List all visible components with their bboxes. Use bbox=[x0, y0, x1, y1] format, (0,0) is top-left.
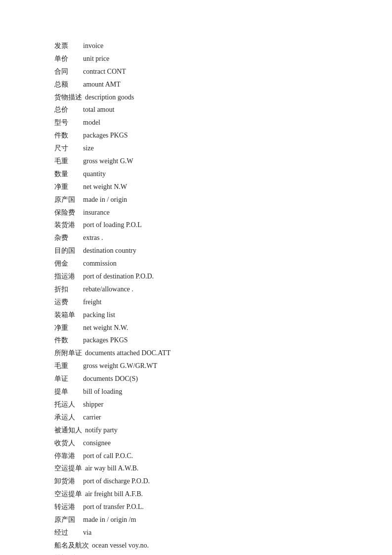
term-en: unit price bbox=[83, 55, 109, 62]
term-zh: 原产国 bbox=[54, 193, 80, 206]
term-en: air way bill A.W.B. bbox=[85, 464, 138, 472]
term-zh: 单证 bbox=[54, 372, 80, 385]
list-item: 折扣rebate/allowance . bbox=[54, 283, 392, 296]
list-item: 总额amount AMT bbox=[54, 78, 392, 91]
term-zh: 船名及航次 bbox=[54, 539, 89, 552]
term-en: documents attached DOC.ATT bbox=[85, 349, 171, 357]
term-zh: 毛重 bbox=[54, 360, 80, 372]
term-zh: 毛重 bbox=[54, 155, 80, 168]
list-item: 转运港port of transfer P.O.L. bbox=[54, 501, 392, 513]
term-en: port of transfer P.O.L. bbox=[83, 503, 144, 510]
list-item: 所附单证documents attached DOC.ATT bbox=[54, 347, 392, 360]
term-zh: 发票 bbox=[54, 40, 80, 52]
list-item: 运费freight bbox=[54, 296, 392, 309]
term-zh: 空运提单 bbox=[54, 462, 82, 475]
term-en: packages PKGS bbox=[83, 336, 128, 344]
term-zh: 装箱单 bbox=[54, 309, 80, 322]
term-en: gross weight G.W bbox=[83, 157, 133, 165]
term-zh: 指运港 bbox=[54, 270, 80, 283]
term-en: size bbox=[83, 144, 94, 152]
list-item: 件数packages PKGS bbox=[54, 129, 392, 142]
term-en: documents DOC(S) bbox=[83, 375, 138, 382]
term-zh: 被通知人 bbox=[54, 424, 82, 437]
term-en: consignee bbox=[83, 439, 111, 447]
list-item: 净重net weight N.W. bbox=[54, 322, 392, 334]
term-zh: 总额 bbox=[54, 78, 80, 91]
term-zh: 经过 bbox=[54, 526, 80, 539]
term-zh: 转运港 bbox=[54, 501, 80, 513]
term-en: net weight N.W. bbox=[83, 324, 128, 331]
term-zh: 佣金 bbox=[54, 257, 80, 270]
list-item: 停靠港port of call P.O.C. bbox=[54, 450, 392, 462]
term-en: packing list bbox=[83, 311, 115, 319]
term-en: contract CONT bbox=[83, 68, 126, 75]
term-en: commission bbox=[83, 260, 117, 267]
list-item: 装箱单packing list bbox=[54, 309, 392, 322]
term-zh: 件数 bbox=[54, 129, 80, 142]
list-item: 型号model bbox=[54, 116, 392, 129]
term-en: made in / origin /m bbox=[83, 516, 136, 523]
list-item: 卸货港port of discharge P.O.D. bbox=[54, 475, 392, 488]
term-zh: 转运到 bbox=[54, 552, 80, 555]
term-en: model bbox=[83, 119, 100, 126]
term-zh: 提单 bbox=[54, 385, 80, 398]
list-item: 佣金commission bbox=[54, 257, 392, 270]
term-list: 发票invoice单价unit price合同contract CONT总额am… bbox=[54, 40, 392, 555]
term-en: gross weight G.W/GR.WT bbox=[83, 362, 157, 370]
term-en: bill of loading bbox=[83, 388, 122, 395]
term-zh: 收货人 bbox=[54, 437, 80, 450]
list-item: 货物描述description goods bbox=[54, 91, 392, 104]
term-en: net weight N.W bbox=[83, 183, 127, 190]
list-item: 毛重gross weight G.W/GR.WT bbox=[54, 360, 392, 372]
list-item: 目的国destination country bbox=[54, 244, 392, 257]
term-en: destination country bbox=[83, 247, 136, 254]
term-en: ocean vessel voy.no. bbox=[92, 542, 149, 549]
list-item: 空运提单air freight bill A.F.B. bbox=[54, 488, 392, 501]
list-item: 原产国made in / origin /m bbox=[54, 513, 392, 526]
list-item: 单证documents DOC(S) bbox=[54, 372, 392, 385]
list-item: 装货港port of loading P.O.L bbox=[54, 219, 392, 231]
list-item: 合同contract CONT bbox=[54, 65, 392, 78]
term-en: shipper bbox=[83, 401, 103, 408]
term-en: quantity bbox=[83, 170, 106, 178]
term-zh: 保险费 bbox=[54, 206, 80, 219]
list-item: 尺寸size bbox=[54, 142, 392, 155]
list-item: 指运港port of destination P.O.D. bbox=[54, 270, 392, 283]
term-zh: 尺寸 bbox=[54, 142, 80, 155]
term-zh: 数量 bbox=[54, 168, 80, 181]
term-zh: 合同 bbox=[54, 65, 80, 78]
term-en: made in / origin bbox=[83, 196, 127, 203]
term-zh: 卸货港 bbox=[54, 475, 80, 488]
term-zh: 运费 bbox=[54, 296, 80, 309]
list-item: 经过via bbox=[54, 526, 392, 539]
term-en: extras . bbox=[83, 234, 103, 241]
term-zh: 停靠港 bbox=[54, 450, 80, 462]
term-zh: 件数 bbox=[54, 334, 80, 347]
list-item: 发票invoice bbox=[54, 40, 392, 52]
term-zh: 货物描述 bbox=[54, 91, 82, 104]
list-item: 收货人consignee bbox=[54, 437, 392, 450]
list-item: 杂费extras . bbox=[54, 231, 392, 244]
term-zh: 杂费 bbox=[54, 231, 80, 244]
list-item: 单价unit price bbox=[54, 52, 392, 65]
term-en: port of loading P.O.L bbox=[83, 221, 142, 229]
term-en: description goods bbox=[85, 93, 134, 101]
list-item: 总价total amout bbox=[54, 103, 392, 116]
term-en: via bbox=[83, 529, 91, 536]
list-item: 转运到intransit to bbox=[54, 552, 392, 555]
term-en: port of call P.O.C. bbox=[83, 452, 133, 460]
list-item: 保险费insurance bbox=[54, 206, 392, 219]
list-item: 件数packages PKGS bbox=[54, 334, 392, 347]
term-zh: 型号 bbox=[54, 116, 80, 129]
term-en: air freight bill A.F.B. bbox=[85, 490, 143, 498]
term-zh: 单价 bbox=[54, 52, 80, 65]
list-item: 被通知人notify party bbox=[54, 424, 392, 437]
list-item: 净重net weight N.W bbox=[54, 181, 392, 193]
term-en: insurance bbox=[83, 209, 110, 216]
term-zh: 净重 bbox=[54, 181, 80, 193]
list-item: 托运人shipper bbox=[54, 398, 392, 411]
term-en: freight bbox=[83, 298, 101, 306]
list-item: 提单bill of loading bbox=[54, 385, 392, 398]
list-item: 数量quantity bbox=[54, 168, 392, 181]
term-en: port of destination P.O.D. bbox=[83, 273, 154, 280]
